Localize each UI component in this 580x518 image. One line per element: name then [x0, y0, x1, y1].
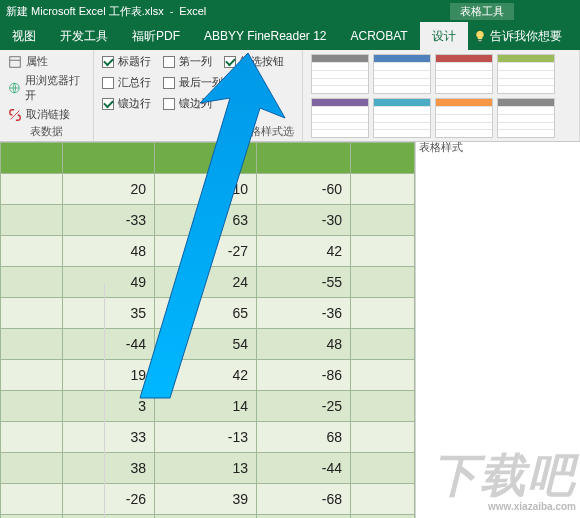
table-cell[interactable]: -44 [257, 453, 351, 484]
table-row[interactable]: 3813-44 [1, 453, 415, 484]
table-cell[interactable]: -60 [257, 174, 351, 205]
table-cell[interactable]: 20 [63, 174, 155, 205]
table-row[interactable]: 1942-86 [1, 360, 415, 391]
table-cell[interactable] [1, 422, 63, 453]
table-row[interactable]: 3565-36 [1, 298, 415, 329]
table-cell[interactable]: 54 [155, 329, 257, 360]
tab-abbyy[interactable]: ABBYY FineReader 12 [192, 22, 339, 50]
table-cell[interactable] [1, 453, 63, 484]
open-in-browser-button[interactable]: 用浏览器打开 [8, 73, 85, 103]
table-cell[interactable] [351, 329, 415, 360]
properties-button[interactable]: 属性 [8, 54, 85, 69]
table-cell[interactable] [1, 236, 63, 267]
table-cell[interactable]: -36 [257, 298, 351, 329]
table-cell[interactable] [351, 391, 415, 422]
table-cell[interactable]: 10 [155, 174, 257, 205]
table-cell[interactable] [1, 298, 63, 329]
table-cell[interactable]: -86 [257, 360, 351, 391]
table-style-thumb[interactable] [373, 98, 431, 138]
table-cell[interactable] [1, 267, 63, 298]
table-style-thumb[interactable] [497, 98, 555, 138]
table-cell[interactable]: -13 [155, 422, 257, 453]
table-cell[interactable]: 63 [155, 205, 257, 236]
worksheet-area[interactable]: 2010-60 -3363-30 48-2742 4924-55 3565-36… [0, 142, 580, 518]
table-row[interactable]: 314-25 [1, 391, 415, 422]
table-cell[interactable] [1, 484, 63, 515]
table-cell[interactable] [351, 484, 415, 515]
table-cell[interactable] [351, 205, 415, 236]
header-cell[interactable] [351, 143, 415, 174]
table-cell[interactable] [1, 174, 63, 205]
checkbox-banded-rows[interactable]: 镶边行 [102, 96, 151, 111]
empty-grid-area[interactable] [415, 142, 580, 518]
table-cell[interactable]: 31 [63, 515, 155, 519]
table-style-thumb[interactable] [497, 54, 555, 94]
checkbox-total-row[interactable]: 汇总行 [102, 75, 151, 90]
table-cell[interactable] [351, 174, 415, 205]
tell-me[interactable]: 告诉我你想要 [468, 28, 568, 45]
header-cell[interactable] [63, 143, 155, 174]
table-cell[interactable]: 33 [63, 422, 155, 453]
table-cell[interactable] [351, 236, 415, 267]
table-cell[interactable]: 39 [155, 484, 257, 515]
checkbox-filter-button[interactable]: 筛选按钮 [224, 54, 284, 69]
data-table[interactable]: 2010-60 -3363-30 48-2742 4924-55 3565-36… [0, 142, 415, 518]
table-cell[interactable] [1, 391, 63, 422]
table-row[interactable]: -2639-68 [1, 484, 415, 515]
table-row[interactable]: 2010-60 [1, 174, 415, 205]
table-style-thumb[interactable] [311, 54, 369, 94]
table-cell[interactable] [351, 298, 415, 329]
table-style-thumb[interactable] [435, 98, 493, 138]
table-row[interactable]: 33-1368 [1, 422, 415, 453]
table-cell[interactable] [1, 205, 63, 236]
table-row[interactable]: -445448 [1, 329, 415, 360]
table-cell[interactable]: 49 [63, 267, 155, 298]
table-cell[interactable]: 38 [63, 453, 155, 484]
table-cell[interactable]: 42 [257, 236, 351, 267]
table-cell[interactable]: 48 [257, 329, 351, 360]
table-cell[interactable]: 35 [63, 298, 155, 329]
table-cell[interactable] [1, 360, 63, 391]
table-cell[interactable]: -30 [257, 205, 351, 236]
header-cell[interactable] [1, 143, 63, 174]
table-style-thumb[interactable] [435, 54, 493, 94]
table-style-thumb[interactable] [373, 54, 431, 94]
table-style-thumb[interactable] [311, 98, 369, 138]
tab-design[interactable]: 设计 [420, 22, 468, 50]
table-cell[interactable] [351, 453, 415, 484]
table-cell[interactable]: -25 [257, 391, 351, 422]
table-cell[interactable]: 14 [155, 391, 257, 422]
table-cell[interactable]: 24 [155, 267, 257, 298]
table-cell[interactable]: -68 [257, 484, 351, 515]
checkbox-header-row[interactable]: 标题行 [102, 54, 151, 69]
table-row[interactable]: -3363-30 [1, 205, 415, 236]
table-cell[interactable] [351, 515, 415, 519]
table-cell[interactable] [351, 267, 415, 298]
table-cell[interactable]: 42 [155, 360, 257, 391]
table-row[interactable]: 31-6788 [1, 515, 415, 519]
tab-foxitpdf[interactable]: 福昕PDF [120, 22, 192, 50]
table-cell[interactable]: -55 [257, 267, 351, 298]
table-cell[interactable]: -33 [63, 205, 155, 236]
table-row[interactable]: 4924-55 [1, 267, 415, 298]
table-cell[interactable] [351, 360, 415, 391]
checkbox-last-column[interactable]: 最后一列 [163, 75, 223, 90]
table-cell[interactable]: 68 [257, 422, 351, 453]
table-cell[interactable]: 13 [155, 453, 257, 484]
unlink-button[interactable]: 取消链接 [8, 107, 85, 122]
table-cell[interactable]: 48 [63, 236, 155, 267]
header-cell[interactable] [155, 143, 257, 174]
table-cell[interactable]: -26 [63, 484, 155, 515]
tab-acrobat[interactable]: ACROBAT [339, 22, 420, 50]
tab-view[interactable]: 视图 [0, 22, 48, 50]
table-cell[interactable]: -67 [155, 515, 257, 519]
checkbox-banded-cols[interactable]: 镶边列 [163, 96, 212, 111]
table-cell[interactable]: -27 [155, 236, 257, 267]
table-cell[interactable]: 3 [63, 391, 155, 422]
header-cell[interactable] [257, 143, 351, 174]
table-cell[interactable]: 65 [155, 298, 257, 329]
table-row[interactable]: 48-2742 [1, 236, 415, 267]
table-cell[interactable]: -44 [63, 329, 155, 360]
table-cell[interactable] [1, 329, 63, 360]
table-cell[interactable] [1, 515, 63, 519]
